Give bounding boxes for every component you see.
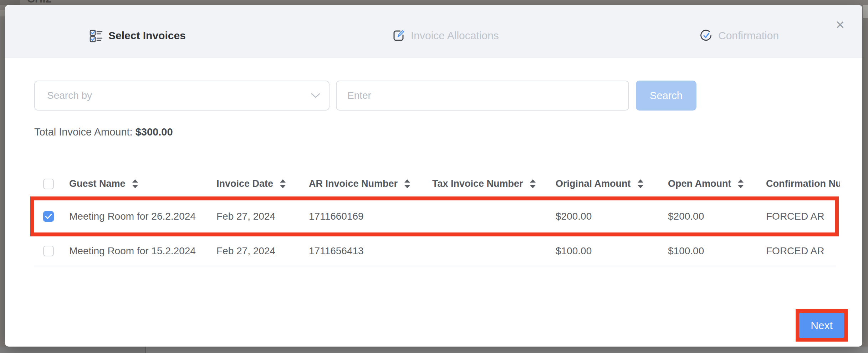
highlight-border-next: Next <box>796 309 848 342</box>
column-invoice-date[interactable]: Invoice Date <box>216 178 309 189</box>
step-invoice-allocations[interactable]: Invoice Allocations <box>392 27 499 44</box>
column-confirmation-number[interactable]: Confirmation Number <box>766 178 840 189</box>
background-divider-line <box>145 347 146 353</box>
cell-original-amount: $100.00 <box>556 245 668 257</box>
sort-icon[interactable] <box>530 179 536 189</box>
search-value-input[interactable] <box>336 81 629 111</box>
highlight-border-row-1: Meeting Room for 26.2.2024 Feb 27, 2024 … <box>30 196 839 236</box>
sort-icon[interactable] <box>404 179 410 189</box>
background-left-band <box>0 10 5 16</box>
column-open-amount[interactable]: Open Amount <box>668 178 766 189</box>
next-button[interactable]: Next <box>799 313 844 338</box>
cell-ar-invoice-number: 1711656413 <box>309 245 432 257</box>
cell-open-amount: $100.00 <box>668 245 766 257</box>
row-checkbox-checked[interactable] <box>43 211 54 222</box>
total-invoice-amount-label: Total Invoice Amount: <box>34 126 133 138</box>
table-row[interactable]: Meeting Room for 26.2.2024 Feb 27, 2024 … <box>34 200 835 232</box>
cell-original-amount: $200.00 <box>556 211 668 222</box>
cell-ar-invoice-number: 1711660169 <box>309 211 432 222</box>
cell-guest-name: Meeting Room for 15.2.2024 <box>69 245 216 257</box>
step-confirmation[interactable]: Confirmation <box>700 27 779 44</box>
background-right-band <box>863 5 868 18</box>
cell-open-amount: $200.00 <box>668 211 766 222</box>
step-label: Invoice Allocations <box>411 30 499 42</box>
circle-check-icon <box>700 29 713 42</box>
cell-confirmation-number: FORCED AR <box>766 245 840 257</box>
invoices-table: Guest Name Invoice Date AR Invoice Numbe… <box>30 171 840 277</box>
table-header-row: Guest Name Invoice Date AR Invoice Numbe… <box>34 171 840 196</box>
edit-icon <box>392 29 405 42</box>
column-tax-invoice-number[interactable]: Tax Invoice Number <box>432 178 556 189</box>
column-original-amount[interactable]: Original Amount <box>556 178 668 189</box>
wizard-steps-header: Select Invoices Invoice Allocations Conf… <box>5 5 862 58</box>
total-invoice-amount-value: $300.00 <box>136 126 173 138</box>
sort-icon[interactable] <box>132 179 138 189</box>
sort-icon[interactable] <box>280 179 286 189</box>
column-guest-name[interactable]: Guest Name <box>69 178 216 189</box>
row-checkbox-unchecked[interactable] <box>43 246 54 256</box>
checklist-icon <box>89 29 103 42</box>
search-button[interactable]: Search <box>636 81 696 111</box>
cell-invoice-date: Feb 27, 2024 <box>216 245 309 257</box>
column-ar-invoice-number[interactable]: AR Invoice Number <box>309 178 432 189</box>
sort-icon[interactable] <box>637 179 644 189</box>
search-by-dropdown[interactable]: Search by <box>34 81 330 111</box>
close-icon[interactable]: ✕ <box>832 17 848 33</box>
background-header-block <box>0 0 20 5</box>
step-label: Confirmation <box>718 30 779 42</box>
step-label: Select Invoices <box>108 30 186 42</box>
total-invoice-amount: Total Invoice Amount: $300.00 <box>34 126 173 138</box>
chevron-down-icon <box>311 93 320 98</box>
select-invoices-modal: Select Invoices Invoice Allocations Conf… <box>5 5 862 347</box>
table-row[interactable]: Meeting Room for 15.2.2024 Feb 27, 2024 … <box>34 236 836 266</box>
cell-invoice-date: Feb 27, 2024 <box>216 211 309 222</box>
cell-guest-name: Meeting Room for 26.2.2024 <box>69 211 216 222</box>
background-bottom-left-panel <box>0 347 145 353</box>
step-select-invoices[interactable]: Select Invoices <box>89 27 186 44</box>
sort-icon[interactable] <box>737 179 744 189</box>
select-all-checkbox[interactable] <box>43 179 54 189</box>
background-page-code: CHI2 <box>27 0 81 5</box>
search-by-placeholder: Search by <box>47 90 311 101</box>
cell-confirmation-number: FORCED AR <box>766 211 840 222</box>
